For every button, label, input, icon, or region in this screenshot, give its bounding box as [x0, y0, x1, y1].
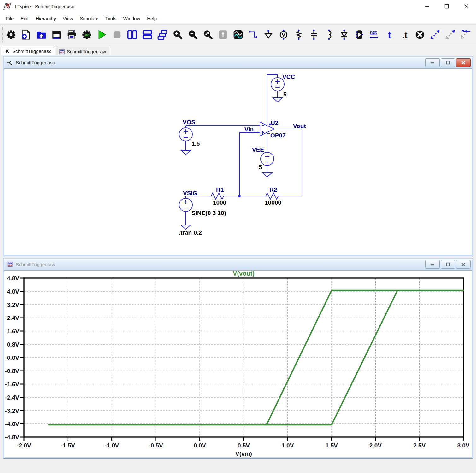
- new-schematic-button[interactable]: [21, 29, 32, 40]
- menu-file[interactable]: File: [3, 13, 17, 24]
- resistor-r2-symbol[interactable]: [266, 193, 278, 199]
- halt-icon: [112, 29, 122, 40]
- spice-directive-button[interactable]: .t: [399, 29, 410, 40]
- x-tick-label: -0.5V: [149, 442, 163, 449]
- window-title: LTspice - SchmittTrigger.asc: [15, 4, 74, 9]
- menu-window[interactable]: Window: [120, 13, 144, 24]
- schematic-maximize-button[interactable]: [441, 58, 455, 67]
- ground-button[interactable]: [263, 29, 274, 40]
- svg-text:net: net: [370, 30, 377, 35]
- ltspice-logo-icon: [3, 2, 12, 11]
- vcc-source-symbol[interactable]: [267, 75, 284, 126]
- save-button[interactable]: [51, 29, 62, 40]
- schematic-label-1-5: 1.5: [191, 140, 200, 147]
- edit-simulation-button[interactable]: .ac: [81, 29, 92, 40]
- x-tick-label: 1.5V: [326, 442, 338, 449]
- schematic-label-r2: R2: [269, 186, 277, 193]
- waveform-titlebar[interactable]: SchmittTrigger.raw: [4, 259, 472, 271]
- zoom-in-button[interactable]: [172, 29, 183, 40]
- cascade-button[interactable]: [157, 29, 168, 40]
- menu-hierarchy[interactable]: Hierarchy: [32, 13, 59, 24]
- zoom-extents-icon: [203, 29, 213, 40]
- svg-text:.t: .t: [402, 30, 408, 40]
- tile-horizontal-icon: [142, 29, 153, 40]
- halt-button[interactable]: [112, 29, 122, 40]
- wire-button[interactable]: [248, 29, 259, 40]
- resistor-r1-symbol[interactable]: [211, 193, 224, 199]
- open-button[interactable]: [36, 29, 47, 40]
- y-tick-label: -2.4V: [5, 394, 20, 401]
- diode-button[interactable]: [339, 29, 350, 40]
- drag-icon: [445, 29, 455, 40]
- autorange-icon: [233, 29, 244, 40]
- net-label-button[interactable]: net: [369, 29, 380, 40]
- tab-schmitttrigger-raw[interactable]: SchmittTrigger.raw: [56, 47, 109, 56]
- y-tick-label: 1.6V: [7, 328, 19, 335]
- close-button[interactable]: [456, 0, 476, 13]
- ground-symbol[interactable]: [273, 98, 282, 102]
- undo-button[interactable]: [460, 29, 471, 40]
- menu-view[interactable]: View: [59, 13, 76, 24]
- schematic-client: VCC5VOS1.5VinU2OP07VoutVEE5VSIGR11000R21…: [4, 69, 472, 255]
- autorange-y-button[interactable]: [233, 29, 244, 40]
- print-button[interactable]: [66, 29, 77, 40]
- component-icon: [354, 29, 365, 40]
- schematic-label-vos: VOS: [183, 119, 195, 126]
- y-tick-label: 3.2V: [7, 301, 19, 308]
- capacitor-button[interactable]: [309, 29, 319, 40]
- cascade-icon: [157, 29, 168, 40]
- ground-symbol[interactable]: [181, 225, 191, 229]
- waveform-maximize-button[interactable]: [441, 260, 455, 269]
- menu-bar: FileEditHierarchyViewSimulateToolsWindow…: [0, 13, 476, 24]
- y-tick-label: -3.2V: [5, 407, 20, 414]
- opamp-symbol[interactable]: [260, 75, 274, 152]
- menu-edit[interactable]: Edit: [17, 13, 32, 24]
- run-button[interactable]: [97, 29, 107, 40]
- waveform-window: SchmittTrigger.raw -2.0V-1.5V-1.0V-0.5V0…: [3, 258, 473, 459]
- schematic-label-vin: Vin: [244, 126, 254, 133]
- waveform-window-title: SchmittTrigger.raw: [16, 262, 55, 267]
- schematic-label-vee: VEE: [252, 146, 264, 153]
- schematic-label-r1: R1: [216, 186, 224, 193]
- ground-symbol[interactable]: [181, 150, 191, 155]
- drag-button[interactable]: [445, 29, 455, 40]
- zoom-extents-button[interactable]: [203, 29, 213, 40]
- control-panel-button[interactable]: [6, 29, 16, 40]
- pan-button[interactable]: [218, 29, 228, 40]
- waveform-close-button[interactable]: [456, 260, 471, 269]
- spice-directive-icon: .t: [399, 29, 410, 40]
- waveform-minimize-button[interactable]: [425, 260, 440, 269]
- component-button[interactable]: [354, 29, 365, 40]
- vin-wire[interactable]: [239, 133, 260, 196]
- vee-source-symbol[interactable]: [261, 152, 274, 177]
- tile-horizontal-button[interactable]: [142, 29, 153, 40]
- delete-button[interactable]: [414, 29, 425, 40]
- ground-symbol[interactable]: [262, 173, 272, 177]
- schematic-close-button[interactable]: [456, 58, 471, 67]
- tab-schmitttrigger-asc[interactable]: SchmittTrigger.asc: [1, 46, 55, 56]
- voltage-source-button[interactable]: [278, 29, 289, 40]
- inductor-button[interactable]: [324, 29, 334, 40]
- menu-tools[interactable]: Tools: [102, 13, 120, 24]
- schematic-canvas[interactable]: VCC5VOS1.5VinU2OP07VoutVEE5VSIGR11000R21…: [4, 69, 472, 255]
- main-titlebar[interactable]: LTspice - SchmittTrigger.asc: [0, 0, 476, 13]
- plot-title[interactable]: V(vout): [233, 271, 255, 277]
- y-tick-label: 0.8V: [7, 341, 19, 348]
- tile-vertical-button[interactable]: [127, 29, 138, 40]
- menu-help[interactable]: Help: [144, 13, 160, 24]
- schematic-label-vcc: VCC: [282, 73, 295, 80]
- trace-v-vout: [49, 290, 463, 425]
- waveform-canvas[interactable]: -2.0V-1.5V-1.0V-0.5V0.0V0.5V1.0V1.5V2.0V…: [4, 271, 472, 457]
- minimize-button[interactable]: [417, 0, 437, 13]
- schematic-label-tran-0-2: .tran 0.2: [179, 229, 202, 236]
- text-button[interactable]: t: [384, 29, 395, 40]
- resistor-button[interactable]: [293, 29, 304, 40]
- maximize-button[interactable]: [437, 0, 456, 13]
- schematic-minimize-button[interactable]: [425, 58, 440, 67]
- menu-simulate[interactable]: Simulate: [76, 13, 102, 24]
- schematic-titlebar[interactable]: SchmittTrigger.asc: [4, 57, 472, 69]
- move-button[interactable]: [430, 29, 440, 40]
- text-tool-icon: t: [384, 29, 395, 40]
- zoom-out-button[interactable]: [187, 29, 198, 40]
- vout-wire[interactable]: [274, 129, 302, 196]
